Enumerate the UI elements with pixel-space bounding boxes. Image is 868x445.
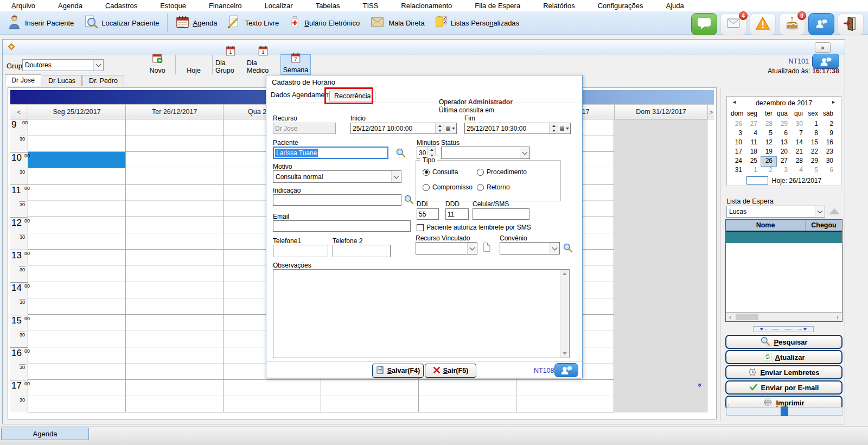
time-slot[interactable]: [126, 380, 223, 396]
menu-item-arquivo[interactable]: Arquivo: [0, 1, 47, 11]
menu-item-fila-de-espera[interactable]: Fila de Espera: [463, 1, 532, 11]
sidebar-button-pesquisar[interactable]: Pesquisar: [725, 335, 843, 349]
calendar-day[interactable]: 28: [761, 120, 776, 129]
chat-icon[interactable]: [691, 13, 717, 35]
close-window-button[interactable]: [815, 42, 831, 53]
panel-splitter[interactable]: [753, 326, 814, 332]
slider-thumb[interactable]: [781, 406, 788, 416]
calendar-day[interactable]: 31: [731, 166, 746, 175]
calendar-day[interactable]: 23: [822, 148, 837, 157]
grupo-select[interactable]: Doutores: [22, 59, 104, 71]
time-slot[interactable]: [126, 347, 223, 364]
menu-item-relat-rios[interactable]: Relatórios: [532, 1, 586, 11]
calendar-day[interactable]: 19: [761, 148, 776, 157]
time-slot[interactable]: [126, 315, 223, 331]
calendar-day[interactable]: 3: [776, 166, 792, 175]
calendar-day[interactable]: 26: [761, 157, 776, 166]
scrollbar-thumb[interactable]: [736, 314, 758, 320]
time-slot[interactable]: [28, 217, 125, 233]
calendar-day[interactable]: 6: [822, 166, 837, 175]
calendar-day[interactable]: 29: [776, 120, 792, 129]
scroll-left-icon[interactable]: ‹: [726, 314, 735, 320]
view-button-hoje[interactable]: Hoje: [177, 54, 210, 75]
radio-option-compromisso[interactable]: Compromisso: [423, 183, 473, 191]
calendar-day[interactable]: 13: [776, 138, 792, 148]
sidebar-button-enviar-por-e-mail[interactable]: Enviar por E-mail: [725, 380, 843, 395]
menu-item-ajuda[interactable]: Ajuda: [654, 1, 695, 11]
scroll-prev-icon[interactable]: <: [10, 104, 28, 119]
time-slot[interactable]: [224, 396, 321, 412]
paciente-field[interactable]: Larissa Tuane: [273, 147, 388, 159]
time-slot[interactable]: [126, 298, 223, 315]
spinner-icon[interactable]: [435, 123, 444, 134]
view-button-semana[interactable]: 7Semana: [280, 54, 311, 75]
calendar-day[interactable]: 4: [746, 129, 761, 138]
calendar-day[interactable]: 17: [731, 148, 746, 157]
time-slot[interactable]: [126, 282, 223, 298]
search-icon[interactable]: [404, 194, 414, 206]
time-slot[interactable]: [126, 152, 223, 168]
scroll-next-icon[interactable]: >: [707, 104, 714, 119]
menu-item-tiss[interactable]: TISS: [351, 1, 390, 11]
calendar-day[interactable]: 18: [746, 148, 761, 157]
toolbar-button-7[interactable]: Listas Personalizadas: [430, 12, 524, 33]
time-slot[interactable]: [126, 201, 223, 217]
day-header-1[interactable]: Ter 26/12/2017: [125, 104, 223, 119]
calendar-day[interactable]: 28: [792, 157, 807, 166]
column-header-nome[interactable]: Nome: [726, 220, 806, 231]
next-month-icon[interactable]: ►: [831, 99, 836, 105]
time-slot[interactable]: [126, 136, 223, 152]
lista-espera-select[interactable]: Lucas: [726, 206, 825, 218]
calendar-day[interactable]: 25: [746, 157, 761, 166]
time-slot[interactable]: [419, 380, 516, 396]
ddd-field[interactable]: [445, 208, 469, 220]
time-slot[interactable]: [28, 168, 125, 185]
time-slot[interactable]: [28, 364, 125, 380]
doctor-tab-dr-jose[interactable]: Dr Jose: [5, 74, 41, 86]
time-slot[interactable]: [28, 233, 125, 250]
menu-item-agenda[interactable]: Agenda: [47, 1, 94, 11]
convenio-select[interactable]: [500, 242, 560, 255]
calendar-day[interactable]: 12: [761, 138, 776, 148]
time-slot[interactable]: [28, 347, 125, 364]
calendar-day[interactable]: 30: [792, 120, 807, 129]
sidebar-button-atualizar[interactable]: Atualizar: [725, 350, 843, 364]
calendar-day[interactable]: 24: [731, 157, 746, 166]
online-users-icon[interactable]: [554, 363, 578, 377]
alert-icon[interactable]: [750, 13, 776, 35]
exit-icon[interactable]: [838, 13, 864, 35]
menu-item-tabelas[interactable]: Tabelas: [304, 1, 352, 11]
time-slot[interactable]: [28, 266, 125, 282]
calendar-day[interactable]: 22: [807, 148, 822, 157]
time-slot[interactable]: [28, 331, 125, 347]
toolbar-button-3[interactable]: Agenda: [170, 12, 222, 33]
calendar-day[interactable]: 3: [731, 129, 746, 138]
toolbar-button-5[interactable]: Bulário Eletrônico: [284, 12, 365, 33]
table-row[interactable]: [726, 232, 842, 243]
time-slot[interactable]: [28, 201, 125, 217]
calendar-day[interactable]: 20: [776, 148, 792, 157]
online-users-icon[interactable]: [812, 54, 839, 69]
calendar-day[interactable]: 14: [792, 138, 807, 148]
prev-month-icon[interactable]: ◄: [732, 99, 737, 105]
birthday-icon[interactable]: 0: [779, 13, 805, 35]
time-slot[interactable]: [516, 380, 614, 396]
time-slot[interactable]: [28, 380, 125, 396]
time-slot[interactable]: [28, 282, 125, 298]
save-button[interactable]: Salvar(F4): [372, 364, 424, 378]
time-slot[interactable]: [28, 250, 125, 266]
calendar-day[interactable]: 1: [746, 166, 761, 175]
exit-button[interactable]: Sair(F5): [425, 364, 476, 378]
time-slot[interactable]: [126, 396, 223, 412]
toolbar-button-4[interactable]: Texto Livre: [222, 12, 284, 33]
menu-item-cadastros[interactable]: Cadastros: [94, 1, 149, 11]
online-users-icon[interactable]: [808, 13, 834, 35]
day-header-6[interactable]: Dom 31/12/2017: [614, 104, 707, 119]
calendar-day[interactable]: 11: [746, 138, 761, 148]
mail-icon[interactable]: 4: [720, 13, 746, 35]
calendar-day[interactable]: 1: [807, 120, 822, 129]
observacoes-textarea[interactable]: [273, 269, 570, 358]
time-slot[interactable]: [126, 331, 223, 347]
time-slot[interactable]: [126, 185, 223, 201]
time-slot[interactable]: [126, 217, 223, 233]
